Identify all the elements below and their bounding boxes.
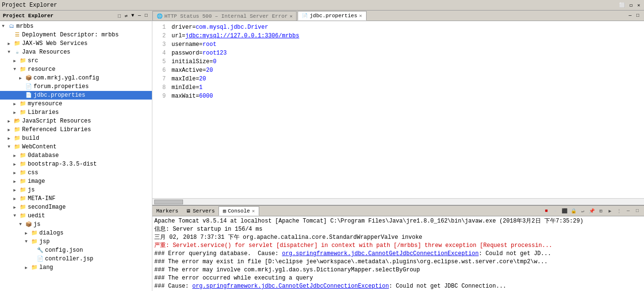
folder-icon-css: 📁 bbox=[19, 169, 27, 177]
label-image: image bbox=[28, 178, 45, 185]
tree-item-package[interactable]: ▶ 📦 com.mrkj.ygl.config bbox=[0, 74, 152, 82]
line-content-4: password=root123 bbox=[172, 49, 227, 57]
tree-item-bootstrap[interactable]: ▶ 📁 bootstrap-3.3.5-dist bbox=[0, 160, 152, 168]
line-num-2: 2 bbox=[156, 32, 166, 40]
tab-console[interactable]: ▤ Console ✕ bbox=[218, 206, 259, 216]
editor-content[interactable]: 1 driver=com.mysql.jdbc.Driver 2 url=jdb… bbox=[152, 21, 644, 198]
arrow-mrbbs: ▼ bbox=[2, 24, 8, 29]
collapse-all-icon[interactable]: ⬚ bbox=[116, 12, 122, 20]
tree-item-controller-jsp[interactable]: 📄 controller.jsp bbox=[0, 255, 152, 263]
maximize-icon[interactable]: ◻ bbox=[628, 2, 634, 8]
tree-item-mrbbs[interactable]: ▼ 🗂 mrbbs bbox=[0, 22, 152, 31]
tree-item-libraries[interactable]: ▶ 📁 Libraries bbox=[0, 108, 152, 117]
arrow-libraries: ▶ bbox=[13, 110, 19, 115]
tree-item-forum-properties[interactable]: 📄 forum.properties bbox=[0, 82, 152, 91]
cannotget-jdbc-link[interactable]: org.springframework.jdbc.CannotGetJdbcCo… bbox=[282, 250, 478, 257]
link-editor-icon[interactable]: ⇌ bbox=[123, 12, 129, 20]
bottom-tab-bar: Markers 🖥 Servers ▤ Console ✕ ■ ✕ ⬛ 🔒 ↵ bbox=[152, 206, 644, 216]
sidebar-header-icons: ⬚ ⇌ ▼ — □ bbox=[116, 12, 149, 20]
editor-hscroll[interactable] bbox=[152, 198, 644, 205]
tree-item-js[interactable]: ▶ 📁 js bbox=[0, 186, 152, 194]
label-uedit-js: js bbox=[34, 221, 40, 228]
arrow-js: ▶ bbox=[13, 188, 19, 193]
folder-icon-src: 📁 bbox=[19, 57, 27, 65]
tree-item-jdbc-properties[interactable]: 📄 jdbc.properties bbox=[0, 91, 152, 100]
tree-item-deployment[interactable]: ☰ Deployment Descriptor: mrbbs bbox=[0, 31, 152, 39]
arrow-webcontent: ▼ bbox=[8, 145, 13, 149]
arrow-resource: ▼ bbox=[13, 67, 19, 72]
console-line-5: ### Error querying database. Cause: org.… bbox=[154, 250, 642, 258]
word-wrap-btn[interactable]: ↵ bbox=[579, 207, 586, 215]
display-selected-btn[interactable]: ▶ bbox=[606, 207, 614, 215]
tree-item-dialogs[interactable]: ▶ 📁 dialogs bbox=[0, 229, 152, 237]
scroll-lock-btn[interactable]: 🔒 bbox=[570, 207, 577, 215]
tree-item-secondimage[interactable]: ▶ 📁 secondImage bbox=[0, 203, 152, 212]
clear-console-btn[interactable]: ⬛ bbox=[561, 207, 568, 215]
terminate-btn[interactable]: ■ bbox=[542, 207, 550, 215]
tree-item-myresource[interactable]: ▶ 📁 myresource bbox=[0, 100, 152, 108]
package-icon: 📦 bbox=[25, 74, 33, 82]
tree-item-referenced-libraries[interactable]: ▶ 📁 Referenced Libraries bbox=[0, 125, 152, 134]
tab-label-http: HTTP Status 500 – Internal Server Error bbox=[164, 13, 288, 19]
arrow-bootstrap: ▶ bbox=[13, 162, 19, 167]
folder-icon-jsp: 📁 bbox=[31, 238, 38, 246]
pin-console-btn[interactable]: 📌 bbox=[588, 207, 596, 215]
tree-item-java-resources[interactable]: ▼ ☕ Java Resources bbox=[0, 48, 152, 56]
folder-icon-ref-libs: 📁 bbox=[13, 126, 21, 134]
folder-icon-0database: 📁 bbox=[19, 152, 27, 159]
open-console-btn[interactable]: ⊞ bbox=[597, 207, 605, 215]
tree-item-0database[interactable]: ▶ 📁 0database bbox=[0, 151, 152, 160]
tab-label-servers: Servers bbox=[193, 208, 215, 214]
minimize-icon[interactable]: ⬜ bbox=[617, 2, 627, 8]
label-bootstrap: bootstrap-3.3.5-dist bbox=[28, 161, 97, 168]
tab-close-http[interactable]: ✕ bbox=[289, 13, 292, 19]
tree-item-js-resources[interactable]: ▶ 📂 JavaScript Resources bbox=[0, 117, 152, 125]
sidebar-menu-icon[interactable]: ▼ bbox=[130, 12, 136, 20]
folder-icon-meta-inf: 📁 bbox=[19, 195, 27, 202]
tree-item-config-json[interactable]: 🔧 config.json bbox=[0, 246, 152, 255]
tree-item-image[interactable]: ▶ 📁 image bbox=[0, 177, 152, 186]
window-controls[interactable]: ⬜ ◻ ✕ bbox=[617, 2, 642, 8]
tree-item-css[interactable]: ▶ 📁 css bbox=[0, 168, 152, 177]
editor-minimize-icon[interactable]: — bbox=[627, 13, 633, 18]
tab-icon-http: 🌐 bbox=[157, 13, 162, 19]
tree-item-resource[interactable]: ▼ 📁 resource bbox=[0, 65, 152, 74]
cannotget-jdbc-link-2[interactable]: org.springframework.jdbc.CannotGetJdbcCo… bbox=[192, 283, 389, 290]
arrow-build: ▶ bbox=[8, 136, 13, 141]
tab-close-jdbc[interactable]: ✕ bbox=[359, 13, 362, 19]
code-line-9: 9 maxWait=6000 bbox=[152, 92, 644, 101]
package-icon-uedit-js: 📦 bbox=[25, 221, 33, 228]
tree-item-build[interactable]: ▶ 📁 build bbox=[0, 134, 152, 143]
sidebar-maximize-icon[interactable]: □ bbox=[143, 12, 149, 20]
tree-item-uedit-js[interactable]: ▼ 📦 js bbox=[0, 220, 152, 229]
remove-launch-btn[interactable]: ✕ bbox=[552, 207, 559, 215]
tree-item-uedit[interactable]: ▼ 📁 uedit bbox=[0, 212, 152, 220]
tree-item-meta-inf[interactable]: ▶ 📁 META-INF bbox=[0, 194, 152, 203]
tree-item-jsp[interactable]: ▼ 📁 jsp bbox=[0, 237, 152, 246]
label-meta-inf: META-INF bbox=[28, 195, 56, 202]
editor-maximize-icon[interactable]: □ bbox=[634, 13, 641, 18]
label-referenced-libraries: Referenced Libraries bbox=[22, 126, 91, 133]
console-tab-close[interactable]: ✕ bbox=[252, 208, 255, 214]
console-minimize-btn[interactable]: — bbox=[624, 207, 632, 215]
tree-item-src[interactable]: ▶ 📁 src bbox=[0, 56, 152, 65]
line-content-3: username=root bbox=[172, 40, 217, 49]
properties-icon-forum: 📄 bbox=[25, 83, 33, 90]
editor-hscroll-thumb[interactable] bbox=[154, 200, 183, 204]
tab-servers[interactable]: 🖥 Servers bbox=[182, 206, 218, 216]
console-line-1: Apache Tomcat v8.5.14 at localhost [Apac… bbox=[154, 217, 642, 225]
editor-hscroll-track[interactable] bbox=[152, 199, 644, 205]
console-options-btn[interactable]: ⋮ bbox=[615, 207, 623, 215]
tab-markers[interactable]: Markers bbox=[152, 206, 182, 216]
tab-http-status[interactable]: 🌐 HTTP Status 500 – Internal Server Erro… bbox=[152, 11, 297, 21]
tree-item-webcontent[interactable]: ▼ 📁 WebContent bbox=[0, 143, 152, 151]
line-content-5: initialSize=0 bbox=[172, 57, 217, 66]
tab-jdbc-properties[interactable]: 📄 jdbc.properties ✕ bbox=[298, 11, 366, 21]
label-src: src bbox=[28, 57, 38, 64]
label-css: css bbox=[28, 169, 38, 176]
tree-item-lang[interactable]: ▶ 📁 lang bbox=[0, 263, 152, 272]
close-icon[interactable]: ✕ bbox=[635, 2, 642, 8]
sidebar-minimize-icon[interactable]: — bbox=[137, 12, 142, 20]
console-maximize-btn[interactable]: □ bbox=[633, 207, 641, 215]
tree-item-jaxws[interactable]: ▶ 📁 JAX-WS Web Services bbox=[0, 39, 152, 48]
